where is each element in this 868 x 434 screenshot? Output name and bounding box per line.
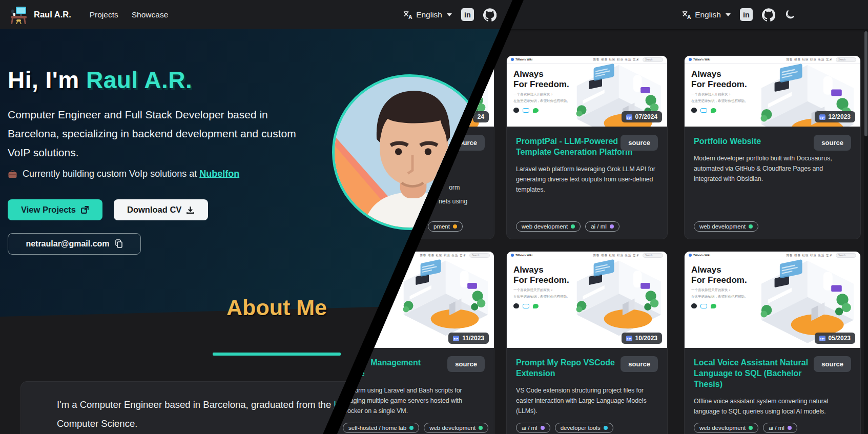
- tag-color-dot: [749, 426, 753, 430]
- tag-color-dot: [479, 426, 483, 430]
- project-tag[interactable]: web development: [694, 423, 758, 433]
- project-date: 10/2023: [635, 335, 657, 342]
- calendar-icon: [453, 335, 459, 341]
- thumb-room-illustration: [571, 259, 667, 337]
- linkedin-icon[interactable]: in: [740, 8, 753, 21]
- project-card: 7Wate's Wiki 博客 维基 社区 职业 生活 艺术 Search Al…: [506, 55, 668, 239]
- thumb-bilibili-icon: [700, 108, 707, 113]
- date-badge: 11/2023: [448, 333, 489, 344]
- language-selector[interactable]: A English: [681, 10, 731, 19]
- project-card: 7Wate's Wiki 博客 维基 社区 职业 生活 艺术 Search Al…: [684, 55, 861, 239]
- date-badge: 24: [473, 111, 489, 122]
- project-thumbnail[interactable]: 7Wate's Wiki 博客 维基 社区 职业 生活 艺术 Search Al…: [507, 56, 667, 127]
- github-icon[interactable]: [762, 8, 775, 22]
- nav-link-showcase[interactable]: Showcase: [132, 10, 169, 19]
- download-cv-button[interactable]: Download CV: [114, 199, 208, 220]
- view-projects-button[interactable]: View Projects: [8, 199, 102, 220]
- svg-text:A: A: [408, 14, 412, 19]
- source-button[interactable]: source: [814, 135, 851, 151]
- dark-mode-toggle[interactable]: [784, 9, 795, 20]
- thumb-bilibili-icon: [523, 108, 529, 113]
- project-date: 07/2024: [635, 113, 657, 120]
- thumb-github-icon: [691, 303, 697, 308]
- brand-name[interactable]: Raul A.R.: [34, 10, 71, 19]
- project-tag[interactable]: developer tools: [555, 423, 613, 433]
- project-tag[interactable]: web development: [424, 423, 488, 433]
- wiki-logo-icon: [689, 254, 692, 257]
- project-card: 7Wate's Wiki 博客 维基 社区 职业 生活 艺术 Search Al…: [684, 251, 861, 434]
- project-tag[interactable]: pment: [428, 221, 463, 232]
- tag-color-dot: [788, 426, 792, 430]
- email-text: netraular@gmail.com: [26, 239, 109, 249]
- linkedin-icon[interactable]: in: [461, 8, 474, 21]
- translate-icon: A: [403, 10, 412, 19]
- chevron-down-icon: [726, 13, 731, 16]
- language-label: English: [695, 10, 721, 19]
- thumb-mini-navbar: 7Wate's Wiki 博客 维基 社区 职业 生活 艺术 Search: [685, 252, 860, 259]
- project-tags: self-hosted / home labweb development: [343, 423, 488, 433]
- project-thumbnail[interactable]: 7Wate's Wiki 博客 维基 社区 职业 生活 艺术 Search Al…: [685, 252, 860, 348]
- source-button[interactable]: source: [447, 356, 485, 372]
- thumb-search-box: Search: [643, 253, 663, 258]
- email-copy-chip[interactable]: netraular@gmail.com: [8, 233, 141, 255]
- thumb-bilibili-icon: [700, 304, 707, 308]
- project-tag[interactable]: ai / ml: [763, 423, 797, 433]
- thumb-search-box: Search: [836, 57, 856, 62]
- thumb-bilibili-icon: [523, 304, 529, 308]
- thumb-hero-text: Always For Freedom. 一个喜欢异想天开的家伙 ♪ 在这里记录知…: [691, 69, 748, 113]
- project-tag[interactable]: ai / ml: [585, 221, 619, 232]
- hero-heading: Hi, I'm Raul A.R.: [8, 66, 192, 94]
- calendar-icon: [819, 114, 825, 120]
- project-description: platform using Laravel and Bash scripts …: [343, 385, 485, 416]
- project-date: 05/2023: [829, 335, 851, 342]
- project-tag[interactable]: ai / ml: [516, 423, 550, 433]
- calendar-icon: [626, 114, 632, 120]
- github-icon[interactable]: [483, 8, 497, 22]
- dark-mode-toggle[interactable]: [506, 9, 516, 20]
- copy-icon: [115, 239, 123, 249]
- source-button[interactable]: source: [447, 135, 485, 151]
- date-badge: 07/2024: [622, 111, 662, 122]
- source-button[interactable]: source: [814, 356, 851, 372]
- project-tags: web developmentai / ml: [516, 221, 619, 232]
- source-button[interactable]: source: [621, 135, 658, 151]
- svg-text:A: A: [687, 14, 691, 19]
- thumb-github-icon: [513, 108, 519, 113]
- site-logo[interactable]: [8, 5, 29, 25]
- thumb-search-box: Search: [643, 57, 663, 62]
- project-description: Laravel web platform leveraging Grok LLM…: [516, 164, 658, 195]
- tag-color-dot: [749, 224, 753, 229]
- project-tag[interactable]: self-hosted / home lab: [343, 423, 419, 433]
- thumb-github-icon: [691, 108, 697, 113]
- thumb-search-box: Search: [469, 253, 490, 258]
- thumb-chat-icon: [533, 304, 539, 308]
- hero-name: Raul A.R.: [86, 67, 192, 93]
- thumb-github-icon: [513, 303, 519, 308]
- chevron-down-icon: [447, 13, 452, 16]
- tag-color-dot: [610, 224, 614, 229]
- project-thumbnail[interactable]: 7Wate's Wiki 博客 维基 社区 职业 生活 艺术 Search Al…: [685, 56, 860, 127]
- tag-color-dot: [409, 426, 414, 430]
- project-tag[interactable]: web development: [694, 221, 758, 232]
- nav-link-projects[interactable]: Projects: [90, 10, 118, 19]
- thumb-mini-navbar: 7Wate's Wiki 博客 维基 社区 职业 生活 艺术 Search: [685, 56, 860, 64]
- project-thumbnail[interactable]: 7Wate's Wiki 博客 维基 社区 职业 生活 艺术 Search Al…: [507, 252, 667, 348]
- date-badge: 10/2023: [622, 333, 662, 344]
- source-button[interactable]: source: [621, 356, 658, 372]
- scrollbar-thumb[interactable]: [864, 31, 867, 136]
- download-icon: [186, 205, 195, 214]
- thumb-room-illustration: [398, 259, 494, 337]
- wiki-logo-icon: [689, 58, 692, 61]
- nubelfon-link[interactable]: Nubelfon: [199, 169, 239, 179]
- about-heading-underline: [213, 353, 341, 356]
- project-tags: ai / mldeveloper tools: [516, 423, 613, 433]
- tag-color-dot: [604, 426, 608, 430]
- thumb-search-box: Search: [836, 253, 856, 258]
- external-link-icon: [80, 205, 89, 214]
- language-selector[interactable]: A English: [403, 10, 452, 19]
- scrollbar: [864, 29, 868, 434]
- project-description: Offline voice assistant system convertin…: [694, 396, 851, 417]
- project-tag[interactable]: web development: [516, 221, 581, 232]
- thumb-mini-navbar: 7Wate's Wiki 博客 维基 社区 职业 生活 艺术 Search: [507, 252, 667, 259]
- calendar-icon: [626, 335, 632, 341]
